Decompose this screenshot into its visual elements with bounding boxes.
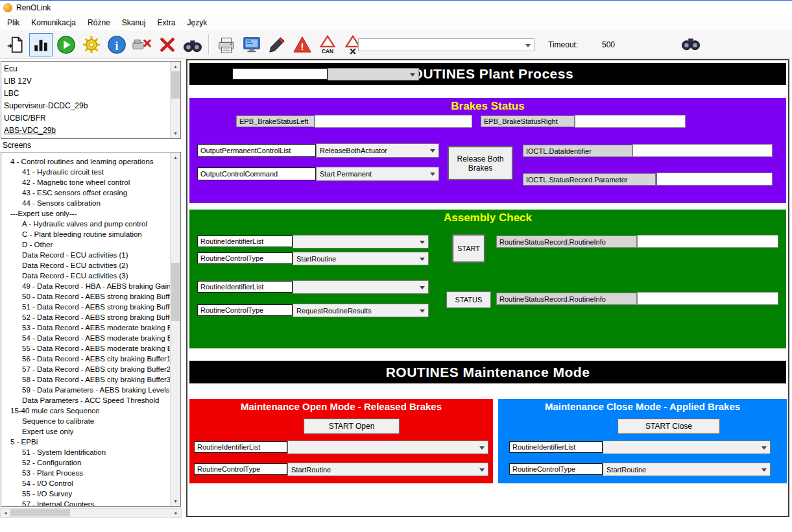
menu-item[interactable]: Plik [1,16,25,29]
can-warning-button[interactable]: CAN [316,33,339,56]
close-routine-identifier-list-combo[interactable] [603,441,771,454]
start-open-button[interactable]: START Open [304,418,400,434]
info-icon: i [107,35,126,54]
tree-item[interactable]: 55 - I/O Survey [1,489,171,499]
close-routine-control-type-combo[interactable]: StartRoutine [603,463,771,476]
screens-label: Screens [3,141,31,150]
tree-item[interactable]: 57 - Internal Counters [1,499,171,507]
timeout-value[interactable]: 500 [602,40,615,49]
tree-item[interactable]: C - Plant bleeding routine simulation [1,229,171,239]
epb-brake-status-right-field[interactable] [575,115,686,128]
tree-hscrollbar-thumb[interactable] [10,509,70,516]
tree-item[interactable]: 54 - I/O Control [1,478,171,489]
menu-item[interactable]: Język [181,16,213,29]
tree-scrollbar-thumb[interactable] [171,263,180,321]
scroll-down-icon[interactable]: ▾ [171,496,180,506]
scroll-up-icon[interactable]: ▴ [171,62,180,71]
status-button[interactable]: STATUS [446,291,491,308]
ecu-list-item[interactable]: Superviseur-DCDC_29b [1,100,180,112]
scroll-left-icon[interactable]: ◂ [1,509,10,517]
start-routine-control-type-combo[interactable]: StartRoutine [293,252,429,265]
tree-item[interactable]: ---Expert use only--- [1,208,171,219]
tree-item-label: Sequence to calibrate [22,417,94,425]
status-routine-identifier-list-combo[interactable] [293,280,429,294]
info-button[interactable]: i [105,33,128,56]
ecu-list-item[interactable]: LIB 12V [1,75,180,88]
release-both-brakes-button[interactable]: Release Both Brakes [448,146,513,180]
play-button[interactable] [54,33,78,56]
epb-brake-status-left-field[interactable] [315,115,472,128]
output-permanent-control-list-combo[interactable]: ReleaseBothActuator [316,143,439,158]
tree-item[interactable]: Data Record - ECU activities (1) [1,250,171,260]
tree-item[interactable]: Data Parameters - ACC Speed Threshold [1,395,171,405]
tree-item[interactable]: 5 - EPBi [1,437,171,447]
ioctl-data-identifier-field[interactable] [632,144,773,157]
tree-item[interactable]: 53 - Plant Process [1,468,171,478]
close-button[interactable] [156,33,179,56]
tree-item[interactable]: 51 - System Identification [1,447,171,457]
tree-item[interactable]: 4 - Control routines and leaming operati… [1,156,171,167]
tree-item[interactable]: Data Record - ECU activities (2) [1,260,171,271]
binoculars-button[interactable] [181,33,204,56]
open-routine-control-type-combo[interactable]: StartRoutine [287,463,488,476]
ecu-list-item[interactable]: ABS-VDC_29b [1,125,180,137]
ecu-list-item[interactable]: LBC [1,88,180,100]
menu-item[interactable]: Skanuj [116,16,152,29]
tree-item[interactable]: 50 - Data Record - AEBS strong braking B… [1,291,171,302]
start-close-button[interactable]: START Close [618,418,720,434]
search-binoculars-button[interactable] [681,34,701,54]
ecu-scrollbar[interactable]: ▴ ▾ [170,62,180,138]
document-button[interactable] [4,33,27,56]
tree-item[interactable]: 56 - Data Record - AEBS city braking Buf… [1,354,171,364]
menu-item[interactable]: Extra [151,16,181,29]
tree-item[interactable]: 54 - Data Record - AEBS moderate braking… [1,333,171,343]
settings-button[interactable] [80,33,103,56]
tree-item[interactable]: 44 - Sensors calibration [1,198,171,208]
menu-item[interactable]: Komunikacja [25,16,82,29]
scroll-right-icon[interactable]: ▸ [171,509,181,517]
tree-item[interactable]: 57 - Data Record - AEBS city braking Buf… [1,364,171,374]
tree-item[interactable]: 43 - ESC sensors offset erasing [1,187,171,198]
printer-button[interactable] [215,33,238,56]
tree-item[interactable]: 59 - Data Parameters - AEBS braking Leve… [1,385,171,395]
tree-item[interactable]: 51 - Data Record - AEBS strong braking B… [1,302,171,312]
open-routine-identifier-list-combo[interactable] [287,441,488,454]
ecu-list-item[interactable]: Ecu [1,63,180,75]
tree-item[interactable]: 42 - Magnetic tone wheel control [1,177,171,187]
ioctl-status-record-parameter-field[interactable] [656,173,773,186]
warning-button[interactable]: ! [291,33,314,56]
status-routine-control-type-combo[interactable]: RequestRoutineResults [293,304,429,317]
routine-identifier-list-combo[interactable] [328,68,419,80]
scroll-up-icon[interactable]: ▴ [171,152,180,162]
ecu-list-item[interactable]: UCBIC/BFR [1,112,180,125]
ecu-scrollbar-thumb[interactable] [171,71,180,99]
pen-button[interactable] [265,33,289,56]
start-routine-identifier-list-combo[interactable] [293,235,429,248]
status-routine-status-record-field[interactable] [637,292,778,305]
toolbar-combo[interactable] [358,38,534,51]
monitor-button[interactable] [240,33,263,56]
tree-item[interactable]: 53 - Data Record - AEBS moderate braking… [1,322,171,333]
tree-hscrollbar[interactable]: ◂ ▸ [0,508,182,518]
tree-item[interactable]: A - Hydraulic valves and pump control [1,219,171,229]
ioctl-data-label-text: IOCTL.DataIdentifier [526,147,592,155]
menu-item[interactable]: Różne [82,16,116,29]
tree-item[interactable]: 41 - Hydraulic circuit test [1,167,171,177]
tree-item[interactable]: 15-40 mule cars Sequence [1,405,171,416]
disconnect-button[interactable] [130,33,154,56]
tree-item[interactable]: 49 - Data Record - HBA - AEBS braking Ga… [1,281,171,291]
tree-scrollbar[interactable]: ▴ ▾ [170,152,180,506]
output-control-command-combo[interactable]: Start Permanent [316,167,439,181]
tree-item[interactable]: 52 - Data Record - AEBS strong braking B… [1,312,171,322]
tree-item[interactable]: Expert use only [1,426,171,437]
tree-item[interactable]: D - Other [1,239,171,250]
tree-item[interactable]: 58 - Data Record - AEBS city braking Buf… [1,374,171,385]
start-button[interactable]: START [452,234,485,263]
chart-button[interactable] [29,33,53,56]
tree-item[interactable]: Data Record - ECU activities (3) [1,271,171,281]
scroll-down-icon[interactable]: ▾ [171,128,180,138]
start-routine-status-record-field[interactable] [637,235,778,248]
tree-item[interactable]: 55 - Data Record - AEBS moderate braking… [1,343,171,354]
tree-item[interactable]: 52 - Configuration [1,457,171,468]
tree-item[interactable]: Sequence to calibrate [1,416,171,426]
